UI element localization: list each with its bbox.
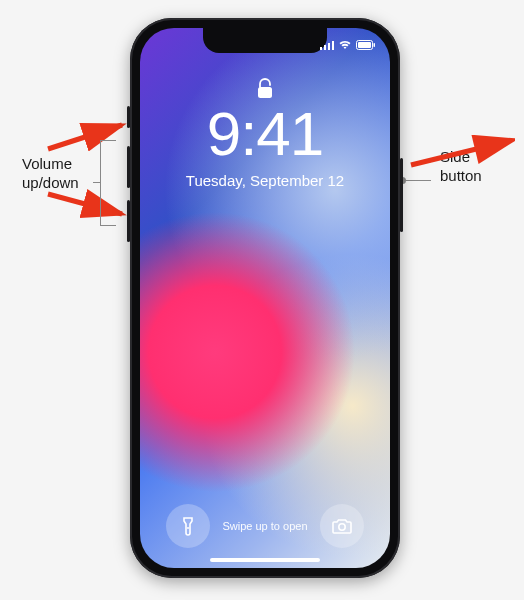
phone-screen: 9:41 Tuesday, September 12 Swipe up to o… [140,28,390,568]
volume-up-button[interactable] [127,146,130,188]
diagram-canvas: Volume up/down Side button [0,0,524,600]
wifi-icon [338,40,352,50]
svg-rect-9 [374,43,376,47]
arrow-side-button [405,135,515,175]
svg-rect-4 [324,45,326,50]
volume-bracket-connector [93,182,100,183]
svg-rect-6 [332,41,334,50]
bottom-row: Swipe up to open [140,504,390,548]
camera-icon [331,517,353,535]
side-button[interactable] [400,158,403,232]
side-button-connector [403,180,431,181]
flashlight-icon [179,515,197,537]
svg-rect-10 [258,87,272,98]
home-indicator[interactable] [210,558,320,562]
svg-point-12 [339,524,345,530]
battery-icon [356,40,376,50]
svg-rect-5 [328,43,330,50]
svg-rect-8 [358,42,371,48]
volume-label: Volume up/down [22,155,102,193]
status-bar [140,34,390,56]
svg-rect-3 [320,47,322,50]
flashlight-button[interactable] [166,504,210,548]
camera-button[interactable] [320,504,364,548]
lockscreen-date: Tuesday, September 12 [140,172,390,189]
swipe-up-label: Swipe up to open [222,520,307,532]
lockscreen-time: 9:41 [140,98,390,169]
status-right [320,40,376,50]
mute-switch[interactable] [127,106,130,128]
volume-down-button[interactable] [127,200,130,242]
signal-icon [320,40,334,50]
volume-bracket [100,140,116,226]
svg-point-11 [187,527,189,529]
iphone-frame: 9:41 Tuesday, September 12 Swipe up to o… [130,18,400,578]
svg-line-2 [411,141,509,165]
